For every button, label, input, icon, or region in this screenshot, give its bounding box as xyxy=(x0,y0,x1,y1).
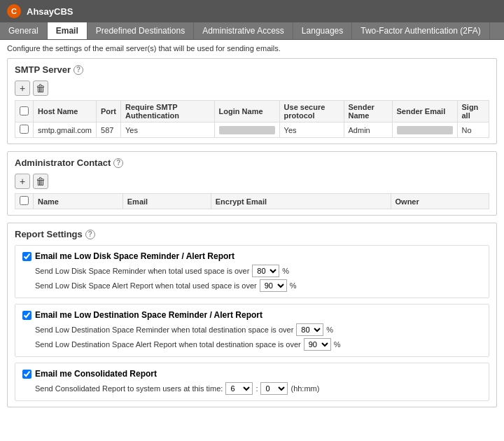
low-dest-reminder-text: Send Low Destination Space Reminder when… xyxy=(35,326,293,334)
admin-col-email: Email xyxy=(122,194,211,209)
low-disk-alert-text: Send Low Disk Space Alert Report when to… xyxy=(35,281,257,290)
smtp-select-all[interactable] xyxy=(20,106,29,115)
consolidated-label: Email me Consolidated Report xyxy=(35,369,157,379)
table-row: smtp.gmail.com 587 Yes Yes Admin No xyxy=(15,122,489,138)
low-dest-label: Email me Low Destination Space Reminder … xyxy=(35,310,262,320)
smtp-col-loginname: Login Name xyxy=(214,101,279,122)
tab-languages[interactable]: Languages xyxy=(293,22,352,39)
smtp-row-sendername: Admin xyxy=(344,122,392,138)
admin-col-encrypt: Encrypt Email xyxy=(211,194,391,209)
consolidated-checkbox[interactable] xyxy=(22,370,31,379)
low-disk-checkbox[interactable] xyxy=(22,252,31,261)
smtp-row-signall: No xyxy=(457,122,489,138)
smtp-col-signall: Sign all xyxy=(457,101,489,122)
consolidated-report-item: Email me Consolidated Report Send Consol… xyxy=(15,363,489,401)
smtp-row-checkbox[interactable] xyxy=(20,125,29,134)
admin-contact-delete-button[interactable]: 🗑 xyxy=(33,174,48,189)
low-disk-reminder-select[interactable]: 80 90 95 xyxy=(252,265,279,277)
consolidated-time-format: (hh:mm) xyxy=(290,384,319,393)
smtp-section-title: SMTP Server ? xyxy=(15,64,489,75)
low-disk-alert-percent: % xyxy=(290,281,297,290)
app-logo: C xyxy=(7,4,21,18)
low-dest-reminder-percent: % xyxy=(326,326,333,334)
smtp-row-hostname: smtp.gmail.com xyxy=(34,122,97,138)
smtp-delete-button[interactable]: 🗑 xyxy=(33,80,48,96)
consolidated-checkbox-row: Email me Consolidated Report xyxy=(22,369,482,379)
tab-predefined-destinations[interactable]: Predefined Destinations xyxy=(88,22,194,39)
smtp-row-port: 587 xyxy=(97,122,121,138)
tab-two-factor[interactable]: Two-Factor Authentication (2FA) xyxy=(352,22,489,39)
admin-col-owner: Owner xyxy=(391,194,489,209)
low-disk-checkbox-row: Email me Low Disk Space Reminder / Alert… xyxy=(22,251,482,261)
admin-contact-title: Administrator Contact ? xyxy=(15,158,489,168)
low-dest-checkbox[interactable] xyxy=(22,311,31,320)
low-dest-checkbox-row: Email me Low Destination Space Reminder … xyxy=(22,310,482,320)
low-dest-reminder-row: Send Low Destination Space Reminder when… xyxy=(35,323,482,336)
low-dest-reminder-select[interactable]: 80 90 95 xyxy=(296,323,323,336)
smtp-col-senderemail: Sender Email xyxy=(392,101,457,122)
low-dest-report-item: Email me Low Destination Space Reminder … xyxy=(15,304,489,357)
smtp-row-check xyxy=(15,122,34,138)
smtp-col-secure: Use secure protocol xyxy=(279,101,344,122)
tab-email[interactable]: Email xyxy=(48,22,88,39)
consolidated-hour-select[interactable]: 01234 5678 9101112 13141516 17181920 212… xyxy=(225,382,253,395)
smtp-table: Host Name Port Require SMTP Authenticati… xyxy=(15,100,489,138)
app-title: AhsayCBS xyxy=(27,6,73,17)
tab-general[interactable]: General xyxy=(0,22,48,39)
smtp-section: SMTP Server ? + 🗑 Host Name Port Require… xyxy=(7,58,497,144)
admin-col-check xyxy=(15,194,34,209)
low-disk-report-item: Email me Low Disk Space Reminder / Alert… xyxy=(15,245,489,298)
smtp-row-senderemail xyxy=(392,122,457,138)
smtp-toolbar: + 🗑 xyxy=(15,80,489,96)
consolidated-min-select[interactable]: 051015 20253035 40455055 xyxy=(260,382,288,395)
nav-tabs: General Email Predefined Destinations Ad… xyxy=(0,22,504,40)
consolidated-time-text: Send Consolidated Report to system users… xyxy=(35,384,223,393)
admin-contact-add-button[interactable]: + xyxy=(15,174,30,189)
tab-administrative-access[interactable]: Administrative Access xyxy=(194,22,293,39)
smtp-col-hostname: Host Name xyxy=(34,101,97,122)
low-disk-reminder-text: Send Low Disk Space Reminder when total … xyxy=(35,267,249,275)
report-settings-section: Report Settings ? Email me Low Disk Spac… xyxy=(7,223,497,407)
low-dest-alert-text: Send Low Destination Space Alert Report … xyxy=(35,340,301,349)
consolidated-time-row: Send Consolidated Report to system users… xyxy=(35,382,482,395)
low-disk-alert-row: Send Low Disk Space Alert Report when to… xyxy=(35,279,482,292)
low-disk-label: Email me Low Disk Space Reminder / Alert… xyxy=(35,251,234,261)
admin-col-name: Name xyxy=(34,194,123,209)
page-description: Configure the settings of the email serv… xyxy=(7,44,497,52)
admin-contact-toolbar: + 🗑 xyxy=(15,174,489,189)
smtp-col-port: Port xyxy=(97,101,121,122)
smtp-col-check xyxy=(15,101,34,122)
admin-select-all[interactable] xyxy=(20,196,29,205)
admin-contact-section: Administrator Contact ? + 🗑 Name Email E… xyxy=(7,151,497,216)
low-dest-alert-select[interactable]: 80 90 95 xyxy=(304,338,331,351)
consolidated-colon: : xyxy=(255,384,258,393)
low-dest-alert-percent: % xyxy=(334,340,341,349)
admin-contact-table: Name Email Encrypt Email Owner xyxy=(15,193,489,209)
admin-contact-help-icon[interactable]: ? xyxy=(113,158,123,168)
page-content: Configure the settings of the email serv… xyxy=(0,40,504,421)
report-settings-help-icon[interactable]: ? xyxy=(85,230,95,239)
smtp-row-auth: Yes xyxy=(121,122,215,138)
smtp-col-sendername: Sender Name xyxy=(344,101,392,122)
smtp-col-auth: Require SMTP Authentication xyxy=(121,101,215,122)
low-dest-alert-row: Send Low Destination Space Alert Report … xyxy=(35,338,482,351)
low-disk-reminder-percent: % xyxy=(282,267,289,275)
report-settings-title: Report Settings ? xyxy=(15,229,489,239)
smtp-row-secure: Yes xyxy=(279,122,344,138)
smtp-row-loginname xyxy=(214,122,279,138)
app-header: C AhsayCBS xyxy=(0,0,504,22)
smtp-add-button[interactable]: + xyxy=(15,80,30,96)
low-disk-alert-select[interactable]: 80 90 95 xyxy=(260,279,287,292)
low-disk-reminder-row: Send Low Disk Space Reminder when total … xyxy=(35,265,482,277)
smtp-help-icon[interactable]: ? xyxy=(74,65,83,75)
